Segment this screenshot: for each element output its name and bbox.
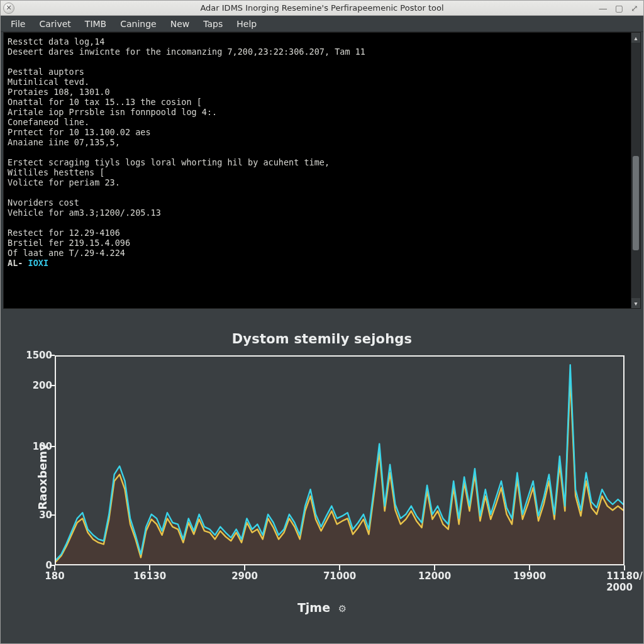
terminal-scrollbar[interactable]: ▴ ▾ <box>631 33 640 308</box>
y-tick-label: 30 <box>14 509 52 521</box>
menu-timb[interactable]: TIMB <box>79 17 113 31</box>
menu-carivet[interactable]: Carivet <box>33 17 77 31</box>
maximize-icon[interactable]: ▢ <box>615 3 623 13</box>
y-tick-label: 200 <box>14 380 52 391</box>
menu-taps[interactable]: Taps <box>197 17 229 31</box>
menu-caninge[interactable]: Caninge <box>114 17 163 31</box>
y-tick-label: 1500 <box>14 350 52 361</box>
terminal-output[interactable]: Resstct data log,14 Deseert dares inwicn… <box>4 33 630 308</box>
y-tick-label: 100 <box>14 441 52 452</box>
x-axis-label-text: Tjme <box>297 601 330 614</box>
x-tick-label: 2900 <box>231 570 258 582</box>
window-controls: — ▢ ⤢ <box>599 3 643 13</box>
x-tick-label: 19900 <box>513 570 546 582</box>
chart-svg <box>56 357 623 564</box>
plot-area[interactable] <box>55 355 625 565</box>
scroll-track[interactable] <box>631 43 640 298</box>
x-tick-label: 180 <box>45 570 64 582</box>
menu-new[interactable]: New <box>164 17 196 31</box>
y-axis-label: Raoxbemy <box>36 443 49 510</box>
terminal-pane: Resstct data log,14 Deseert dares inwicn… <box>3 32 641 309</box>
menubar: File Carivet TIMB Caninge New Taps Help <box>1 16 643 32</box>
content-area: Resstct data log,14 Deseert dares inwicn… <box>1 32 643 643</box>
scroll-thumb[interactable] <box>633 156 639 250</box>
x-tick-label: 71000 <box>323 570 356 582</box>
chart-pane: Dystom stemily sejohgs Raoxbemy Tjme ⚙ 0… <box>3 313 641 641</box>
window-title: Adar IDMS Inorging Resemine's Perfirapee… <box>1 3 643 13</box>
menu-file[interactable]: File <box>4 17 31 31</box>
chart-title: Dystom stemily sejohgs <box>3 331 641 347</box>
y-tick-label: 0 <box>14 560 52 571</box>
titlebar: ✕ Adar IDMS Inorging Resemine's Perfirap… <box>1 1 643 16</box>
x-tick-label: 16130 <box>133 570 166 582</box>
menu-help[interactable]: Help <box>230 17 263 31</box>
app-window: ✕ Adar IDMS Inorging Resemine's Perfirap… <box>0 0 644 644</box>
scroll-up-icon[interactable]: ▴ <box>631 33 640 43</box>
x-tick-label: 11180/ 2000 <box>606 570 643 593</box>
expand-icon[interactable]: ⤢ <box>631 3 638 13</box>
scroll-down-icon[interactable]: ▾ <box>631 298 640 308</box>
gear-icon[interactable]: ⚙ <box>338 603 347 614</box>
x-tick-label: 12000 <box>418 570 451 582</box>
close-icon[interactable]: ✕ <box>3 3 14 14</box>
x-axis-label: Tjme ⚙ <box>3 601 641 614</box>
minimize-icon[interactable]: — <box>599 3 608 13</box>
